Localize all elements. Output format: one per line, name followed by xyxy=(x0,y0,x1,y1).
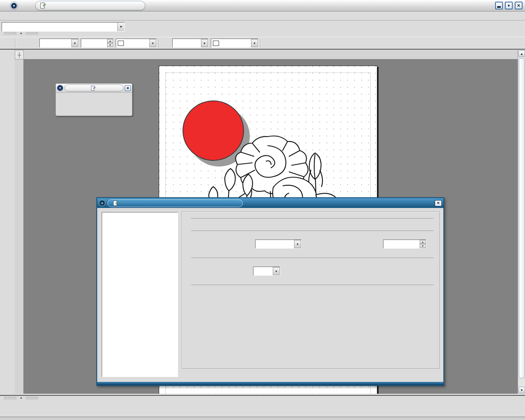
chevron-down-icon: ▼ xyxy=(20,32,23,35)
app-icon xyxy=(40,2,46,9)
close-icon: ✕ xyxy=(517,3,520,8)
vertical-scrollbar[interactable]: ▲ ▼ xyxy=(518,50,525,394)
edit-points-icon[interactable] xyxy=(2,38,13,48)
close-icon[interactable]: ✕ xyxy=(125,85,131,91)
maximize-icon: ▼ xyxy=(507,4,511,8)
function-toolbar: ▼ ▼ xyxy=(0,21,525,34)
color-row xyxy=(0,402,115,402)
fill-type-select[interactable]: ▼ xyxy=(172,39,208,48)
application-window: ▼ ▼ ✕ ▼ ▼ ▼ xyxy=(0,0,525,420)
palette-icon xyxy=(91,86,96,91)
chevron-down-icon: ▼ xyxy=(11,3,17,9)
dialog-bottom-strip xyxy=(97,382,443,385)
line-style-icon[interactable] xyxy=(18,38,29,48)
color-bar: ▼ xyxy=(0,395,525,416)
line-width-input[interactable]: ▲▼ xyxy=(81,39,114,48)
horizontal-ruler[interactable] xyxy=(24,50,518,59)
chevron-down-icon: ▼ xyxy=(20,397,23,399)
chevron-down-icon[interactable]: ▼ xyxy=(251,39,258,47)
spin-up-icon: ▲ xyxy=(107,39,113,43)
scroll-up-icon[interactable]: ▲ xyxy=(518,50,525,57)
chevron-down-icon[interactable]: ▼ xyxy=(149,39,156,47)
dialog-buttons xyxy=(97,370,445,383)
url-input[interactable] xyxy=(2,23,117,31)
chevron-down-icon[interactable]: ▼ xyxy=(201,39,208,47)
ellipse-palette: ▼ ✕ xyxy=(55,83,132,116)
options-panel: ▼ ▲▼ ▼ xyxy=(182,211,440,369)
spin-down-icon: ▼ xyxy=(420,244,426,248)
dialog-titlebar[interactable]: ▼ ✕ xyxy=(97,198,443,208)
window-buttons: ▼ ✕ xyxy=(495,2,523,9)
separator xyxy=(13,39,18,48)
titlebar: ▼ ▼ ✕ xyxy=(0,0,525,11)
unit-select[interactable]: ▼ xyxy=(255,240,301,249)
close-icon[interactable]: ✕ xyxy=(435,200,442,206)
section-caption xyxy=(188,253,434,262)
grip-handle[interactable] xyxy=(4,32,16,35)
toolbar-grips[interactable]: ▼ xyxy=(4,32,38,35)
main-toolbar xyxy=(0,50,15,51)
arrow-ends-icon[interactable] xyxy=(29,38,39,48)
minimize-button[interactable] xyxy=(495,2,503,9)
url-combobox[interactable]: ▼ xyxy=(2,22,125,32)
dialog-icon xyxy=(113,201,118,206)
window-bottom-edge xyxy=(0,417,525,420)
object-bar: ▼ ▲▼ ▼ ▼ ▼ xyxy=(0,37,525,50)
ellipse-palette-titlebar[interactable]: ▼ ✕ xyxy=(56,84,132,93)
options-dialog: ▼ ✕ ▼ ▲▼ xyxy=(96,197,444,386)
grip-handle[interactable] xyxy=(4,397,16,399)
spin-down-icon: ▼ xyxy=(107,43,113,47)
section-caption xyxy=(188,226,434,235)
fill-style-icon[interactable] xyxy=(162,38,172,48)
section-caption xyxy=(188,281,434,289)
ruler-origin-box[interactable]: ┼ xyxy=(15,50,24,59)
scale-select[interactable]: ▼ xyxy=(253,267,280,276)
spinner-buttons[interactable]: ▲▼ xyxy=(107,39,113,47)
grip-handle[interactable] xyxy=(26,397,38,399)
minimize-icon xyxy=(497,6,501,8)
spin-up-icon: ▲ xyxy=(420,240,426,244)
grip-handle[interactable] xyxy=(26,32,38,35)
toolbar-grips[interactable]: ▼ xyxy=(4,397,38,399)
options-tree[interactable] xyxy=(102,212,178,377)
chevron-down-icon[interactable]: ▼ xyxy=(117,23,124,31)
scale-row: ▼ xyxy=(194,267,434,276)
section-caption xyxy=(188,214,434,222)
chevron-down-icon[interactable]: ▼ xyxy=(71,39,78,47)
chevron-down-icon[interactable]: ▼ xyxy=(294,240,301,248)
separator xyxy=(157,39,162,48)
vertical-ruler[interactable] xyxy=(15,59,24,394)
fill-color-swatch xyxy=(213,41,219,46)
dialog-menu-button[interactable]: ▼ xyxy=(99,200,105,206)
palette-title-pill xyxy=(64,84,123,91)
dialog-title-pill xyxy=(107,199,243,207)
separator xyxy=(258,39,263,48)
spinner-buttons[interactable]: ▲▼ xyxy=(420,240,426,248)
unit-row: ▼ ▲▼ xyxy=(194,240,434,249)
scrollbar-thumb[interactable] xyxy=(519,58,525,378)
maximize-button[interactable]: ▼ xyxy=(505,2,513,9)
window-menu-button[interactable]: ▼ xyxy=(10,2,18,10)
line-style-select[interactable]: ▼ xyxy=(39,39,79,48)
shadow-toggle-icon[interactable] xyxy=(263,38,274,48)
scroll-down-icon[interactable]: ▼ xyxy=(518,387,525,393)
menubar xyxy=(0,11,525,21)
titlebar-pill[interactable] xyxy=(35,1,145,10)
line-color-swatch xyxy=(118,41,124,46)
palette-menu-button[interactable]: ▼ xyxy=(57,85,63,91)
line-color-select[interactable]: ▼ xyxy=(116,39,157,48)
fill-color-select[interactable]: ▼ xyxy=(211,39,258,48)
ellipse-tools-outline xyxy=(56,94,132,95)
close-button[interactable]: ✕ xyxy=(515,2,523,9)
chevron-down-icon[interactable]: ▼ xyxy=(273,267,280,275)
tab-distance-input[interactable]: ▲▼ xyxy=(383,240,426,249)
